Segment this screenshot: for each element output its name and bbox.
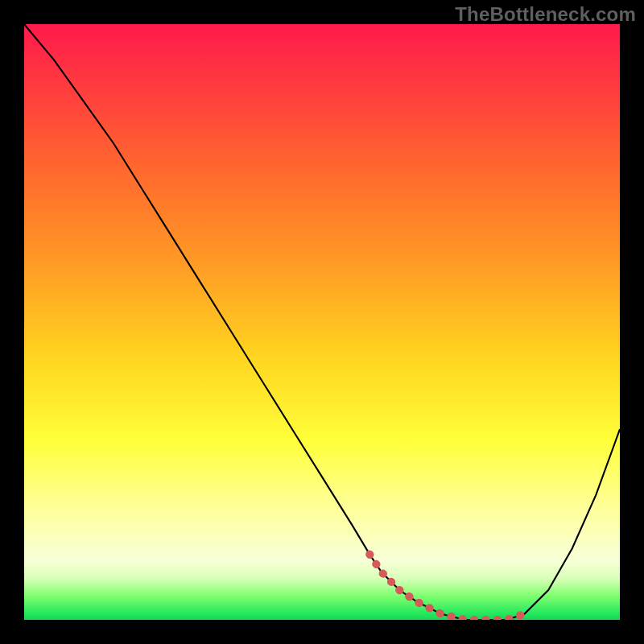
bottleneck-curve: [24, 24, 620, 620]
watermark-text: TheBottleneck.com: [455, 3, 636, 26]
optimal-region-highlight: [369, 555, 524, 620]
chart-svg: [24, 24, 620, 620]
plot-area: [24, 24, 620, 620]
chart-frame: TheBottleneck.com: [0, 0, 644, 644]
